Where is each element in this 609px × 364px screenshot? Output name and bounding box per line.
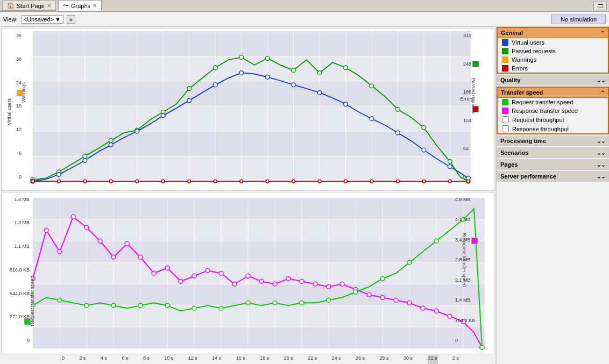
section-transfer-speed-items: Request transfer speed Response transfer… — [498, 98, 608, 133]
svg-point-52 — [213, 83, 217, 87]
svg-point-40 — [370, 84, 374, 88]
svg-rect-107 — [33, 327, 485, 348]
svg-point-74 — [318, 180, 321, 183]
section-transfer-speed-header[interactable]: Transfer speed ⌃ — [498, 88, 608, 98]
svg-point-143 — [58, 298, 62, 302]
section-general-items: Virtual users Passed requests Warnings E… — [498, 38, 608, 73]
svg-point-30 — [109, 139, 113, 143]
svg-point-127 — [286, 276, 291, 281]
section-pages: Pages ⌄⌄ — [497, 159, 609, 170]
svg-point-147 — [165, 303, 169, 308]
tab-graphs[interactable]: 〜 Graphs ✕ — [58, 0, 102, 11]
svg-point-78 — [422, 180, 426, 183]
view-label: View: — [3, 16, 18, 23]
svg-point-57 — [344, 102, 348, 106]
response-throughput-checkbox[interactable] — [502, 125, 509, 132]
tab-graphs-close[interactable]: ✕ — [93, 3, 97, 9]
svg-rect-25 — [33, 131, 471, 156]
warnings-label: Warnings — [512, 56, 536, 63]
svg-point-123 — [232, 282, 237, 286]
svg-point-128 — [300, 279, 304, 283]
svg-point-42 — [422, 125, 426, 130]
chart2-container: 1.6 MB1.3 MB1.1 MB816.0 KB544.0 KB272.0 … — [1, 192, 494, 355]
tab-graphs-label: Graphs — [71, 3, 90, 9]
svg-point-54 — [265, 75, 270, 79]
section-general-label: General — [501, 30, 523, 36]
svg-point-36 — [265, 56, 270, 61]
tab-start-page-close[interactable]: ✕ — [47, 3, 51, 9]
svg-point-109 — [44, 228, 48, 232]
svg-point-115 — [125, 241, 129, 246]
svg-point-35 — [239, 55, 244, 60]
svg-point-114 — [111, 255, 116, 259]
item-virtual-users[interactable]: Virtual users — [498, 38, 608, 47]
section-scenarios: Scenarios ⌄⌄ — [497, 147, 609, 158]
svg-point-134 — [380, 295, 385, 299]
svg-point-117 — [152, 271, 156, 275]
section-pages-label: Pages — [500, 161, 518, 168]
virtual-users-label: Virtual users — [512, 39, 544, 46]
section-server-performance-header[interactable]: Server performance ⌄⌄ — [497, 172, 608, 181]
request-throughput-checkbox[interactable] — [502, 116, 509, 123]
svg-point-69 — [188, 180, 191, 183]
svg-point-137 — [421, 306, 425, 310]
chart2-y-right-labels: 4.8 MB4.1 MB3.4 MB2.8 MB2.1 MB1.4 MB704.… — [455, 197, 482, 344]
svg-point-133 — [367, 292, 371, 297]
svg-point-121 — [206, 268, 210, 273]
section-processing-time-label: Processing time — [500, 138, 546, 144]
dropdown-arrow-icon: ▼ — [55, 16, 61, 23]
svg-point-67 — [136, 180, 139, 183]
svg-rect-81 — [33, 198, 485, 348]
item-warnings[interactable]: Warnings — [498, 55, 608, 64]
svg-point-71 — [240, 180, 243, 183]
svg-point-149 — [219, 306, 223, 310]
item-request-throughput[interactable]: Request throughput — [498, 115, 608, 124]
svg-point-150 — [246, 301, 250, 305]
section-scenarios-header[interactable]: Scenarios ⌄⌄ — [497, 148, 608, 158]
svg-point-75 — [344, 180, 348, 183]
svg-point-56 — [317, 91, 322, 95]
section-quality: Quality ⌄⌄ — [497, 75, 609, 85]
svg-point-46 — [56, 173, 61, 177]
errors-color — [502, 65, 508, 72]
errors-right-label: Errors — [461, 96, 474, 102]
svg-point-145 — [111, 303, 116, 308]
section-quality-label: Quality — [500, 77, 520, 83]
svg-point-39 — [344, 66, 348, 70]
section-general-chevron: ⌃ — [600, 30, 605, 36]
item-response-transfer[interactable]: Response transfer speed — [498, 106, 608, 115]
svg-point-148 — [192, 306, 196, 310]
svg-point-58 — [370, 117, 374, 121]
more-button[interactable]: » — [67, 15, 75, 24]
svg-point-48 — [109, 142, 113, 147]
svg-point-37 — [292, 68, 296, 73]
svg-point-72 — [266, 180, 269, 183]
svg-point-129 — [313, 282, 317, 286]
svg-point-139 — [448, 314, 452, 318]
section-processing-time-header[interactable]: Processing time ⌄⌄ — [497, 136, 608, 146]
section-general-header[interactable]: General ⌃ — [498, 28, 608, 38]
section-pages-header[interactable]: Pages ⌄⌄ — [497, 160, 608, 169]
svg-point-113 — [98, 239, 102, 243]
svg-point-135 — [394, 298, 398, 302]
svg-rect-23 — [33, 31, 471, 56]
svg-point-111 — [71, 215, 75, 219]
section-quality-header[interactable]: Quality ⌄⌄ — [497, 75, 608, 85]
svg-point-63 — [31, 180, 34, 183]
svg-point-70 — [214, 180, 217, 183]
section-server-performance: Server performance ⌄⌄ — [497, 171, 609, 182]
item-passed-requests[interactable]: Passed requests — [498, 47, 608, 55]
item-response-throughput[interactable]: Response throughput — [498, 124, 608, 133]
view-dropdown[interactable]: <Unsaved> ▼ — [21, 15, 63, 24]
chart1-y-left-labels: 363024181260 — [3, 33, 22, 180]
tab-start-page[interactable]: 🏠 Start Page ✕ — [2, 1, 56, 11]
chart2-y-right-title: Response transfer speed — [462, 232, 468, 287]
window-restore-button[interactable]: 🗖 — [593, 2, 607, 10]
svg-point-49 — [135, 129, 139, 133]
svg-point-130 — [327, 284, 331, 289]
item-request-transfer[interactable]: Request transfer speed — [498, 98, 608, 106]
svg-rect-104 — [33, 198, 485, 219]
svg-point-112 — [84, 225, 89, 230]
warnings-color-indicator — [17, 90, 23, 96]
item-errors[interactable]: Errors — [498, 64, 608, 73]
